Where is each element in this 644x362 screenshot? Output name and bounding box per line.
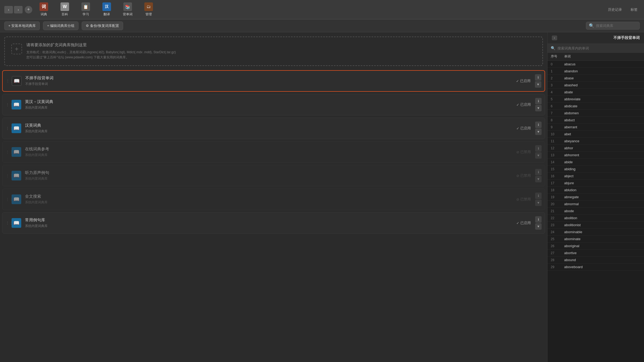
word-row[interactable]: 19 abnegate <box>548 194 644 201</box>
right-search-input[interactable] <box>557 46 641 50</box>
nav-forward-button[interactable]: › <box>14 6 23 13</box>
toolbar-item-study[interactable]: 📋 学习 <box>76 2 95 18</box>
word-row[interactable]: 21 abode <box>548 208 644 215</box>
word-row[interactable]: 16 abject <box>548 173 644 180</box>
right-nav: ‹ <box>552 36 557 40</box>
dict-sub-en_zh: 系统内置词典库 <box>25 105 516 110</box>
dict-info-btn-example[interactable]: ℹ <box>535 216 542 223</box>
word-num: 24 <box>551 230 564 234</box>
word-row[interactable]: 26 aboriginal <box>548 243 644 250</box>
history-button[interactable]: 历史记录 <box>606 6 624 13</box>
word-row[interactable]: 7 abdomen <box>548 110 644 117</box>
word-row[interactable]: 23 abolitionist <box>548 222 644 229</box>
word-row[interactable]: 11 abeyance <box>548 138 644 145</box>
dict-info-online: 在线词典参考 系统内置词典库 <box>25 147 516 157</box>
word-row[interactable]: 10 abet <box>548 131 644 138</box>
dict-info-btn-online[interactable]: ℹ <box>535 145 542 152</box>
nav-back-button[interactable]: ‹ <box>4 6 13 13</box>
dict-expand-btn-zh_en[interactable]: ▼ <box>535 129 542 135</box>
word-num: 22 <box>551 216 564 220</box>
word-row[interactable]: 15 abiding <box>548 166 644 173</box>
install-dict-button[interactable]: + 安装本地词典库 <box>4 22 40 30</box>
word-row[interactable]: 18 ablution <box>548 187 644 194</box>
right-panel-title: 不择手段背单词 <box>613 36 640 40</box>
tag-button[interactable]: 标签 <box>628 6 640 13</box>
dict-actions-en_zh: ℹ ▼ <box>535 98 542 111</box>
dict-info-btn-vocab[interactable]: ℹ <box>535 74 541 81</box>
word-num: 15 <box>551 167 564 171</box>
dict-status-en_zh: ✓ 已启用 <box>516 102 531 107</box>
word-num: 23 <box>551 223 564 227</box>
dict-item-fulltext[interactable]: ⋮⋮ 📖 全文搜索 系统内置词典库 ⊘ 已禁用 ℹ ▼ <box>2 189 545 210</box>
word-num: 13 <box>551 153 564 157</box>
word-row[interactable]: 17 abjure <box>548 180 644 187</box>
word-text: abdomen <box>564 111 641 115</box>
word-num: 9 <box>551 125 564 129</box>
dict-item-vocab[interactable]: ⋮⋮ 📖 不择手段背单词 不择手段背单词 ✓ 已启用 ℹ ▼ <box>2 70 545 92</box>
toolbar-label-wiki: 百科 <box>62 12 68 17</box>
word-row[interactable]: 0 abacus <box>548 61 644 68</box>
word-text: abominable <box>564 230 641 234</box>
toolbar-item-manage[interactable]: 🗂 管理 <box>139 2 158 18</box>
word-num: 10 <box>551 132 564 136</box>
dict-item-en_zh[interactable]: ⋮⋮ 📖 英汉－汉英词典 系统内置词典库 ✓ 已启用 ℹ ▼ <box>2 94 545 115</box>
dict-expand-btn-example[interactable]: ▼ <box>535 223 542 230</box>
dict-status-fulltext: ⊘ 已禁用 <box>516 197 531 202</box>
toolbar-item-wiki[interactable]: W 百科 <box>55 2 74 18</box>
right-nav-back[interactable]: ‹ <box>552 36 557 40</box>
word-row[interactable]: 3 abashed <box>548 82 644 89</box>
word-row[interactable]: 9 aberrant <box>548 124 644 131</box>
toolbar-item-vocab[interactable]: 📚 背单词 <box>118 2 137 18</box>
dict-info-example: 常用例句库 系统内置词典库 <box>25 218 516 228</box>
word-row[interactable]: 14 abide <box>548 159 644 166</box>
word-text: abashed <box>564 83 641 87</box>
dict-list: ⋮⋮ 📖 不择手段背单词 不择手段背单词 ✓ 已启用 ℹ ▼ ⋮⋮ 📖 英汉－汉… <box>0 70 547 234</box>
toolbar-label-translate: 翻译 <box>103 12 110 17</box>
dict-info-btn-zh_en[interactable]: ℹ <box>535 122 542 128</box>
word-row[interactable]: 25 abominate <box>548 236 644 243</box>
word-num: 25 <box>551 237 564 241</box>
dict-expand-btn-vocab[interactable]: ▼ <box>535 81 541 88</box>
edit-group-button[interactable]: + 编辑词典库分组 <box>43 22 78 30</box>
toolbar-item-translate[interactable]: 汉 翻译 <box>97 2 116 18</box>
word-row[interactable]: 27 abortive <box>548 250 644 257</box>
word-row[interactable]: 2 abase <box>548 75 644 82</box>
dict-info-btn-en_zh[interactable]: ℹ <box>535 98 542 104</box>
dict-expand-btn-en_zh[interactable]: ▼ <box>535 105 542 111</box>
toolbar-item-dict[interactable]: 词 词典 <box>34 2 53 18</box>
add-button[interactable]: + <box>25 6 32 13</box>
word-row[interactable]: 8 abduct <box>548 117 644 124</box>
word-row[interactable]: 5 abbreviate <box>548 96 644 103</box>
dict-icon-example: 📖 <box>12 218 21 228</box>
word-row[interactable]: 13 abhorrent <box>548 152 644 159</box>
dict-expand-btn-listen[interactable]: ▼ <box>535 176 542 182</box>
word-row[interactable]: 22 abolition <box>548 215 644 222</box>
dict-info-btn-listen[interactable]: ℹ <box>535 169 542 175</box>
word-text: abandon <box>564 69 641 73</box>
dict-item-online[interactable]: ⋮⋮ 📖 在线词典参考 系统内置词典库 ⊘ 已禁用 ℹ ▼ <box>2 141 545 163</box>
dict-status-online: ⊘ 已禁用 <box>516 150 531 154</box>
word-row[interactable]: 24 abominable <box>548 229 644 236</box>
word-row[interactable]: 6 abdicate <box>548 103 644 110</box>
drop-zone-desc1: 支持格式：欧路词典(.eudic)，灵格斯词霸Lingoes(.ld2), Ba… <box>26 50 536 55</box>
backup-button[interactable]: ⚙ 备份/恢复词库配置 <box>82 22 123 30</box>
dict-item-listen[interactable]: ⋮⋮ 📖 听力原声例句 系统内置词典库 ⊘ 已禁用 ℹ ▼ <box>2 165 545 186</box>
dict-actions-listen: ℹ ▼ <box>535 169 542 182</box>
translate-icon: 汉 <box>102 2 111 11</box>
dict-item-example[interactable]: ⋮⋮ 📖 常用例句库 系统内置词典库 ✓ 已启用 ℹ ▼ <box>2 212 545 234</box>
dict-expand-btn-fulltext[interactable]: ▼ <box>535 200 542 206</box>
drag-handle: ⋮⋮ <box>6 102 9 107</box>
word-row[interactable]: 12 abhor <box>548 145 644 152</box>
dict-item-zh_en[interactable]: ⋮⋮ 📖 汉英词典 系统内置词典库 ✓ 已启用 ℹ ▼ <box>2 118 545 139</box>
drop-zone[interactable]: + 请将要添加的扩充词典库拖到这里 支持格式：欧路词典(.eudic)，灵格斯词… <box>4 37 543 66</box>
word-row[interactable]: 28 abound <box>548 257 644 264</box>
word-text: aboriginal <box>564 244 641 248</box>
dict-info-btn-fulltext[interactable]: ℹ <box>535 193 542 199</box>
dict-expand-btn-online[interactable]: ▼ <box>535 152 542 159</box>
dict-info-zh_en: 汉英词典 系统内置词典库 <box>25 123 516 134</box>
word-row[interactable]: 29 aboveboard <box>548 264 644 271</box>
word-row[interactable]: 20 abnormal <box>548 201 644 208</box>
word-row[interactable]: 4 abate <box>548 89 644 96</box>
search-input[interactable] <box>596 24 637 28</box>
word-row[interactable]: 1 abandon <box>548 68 644 75</box>
